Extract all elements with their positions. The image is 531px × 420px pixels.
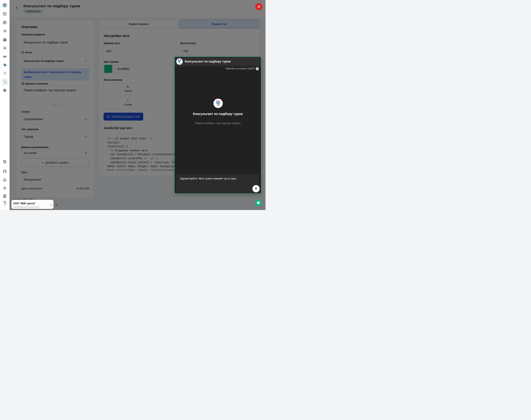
svg-text:VisGPT: VisGPT [4,205,6,205]
svg-text:ш: ш [4,81,6,83]
svg-text:VisGPT: VisGPT [217,105,220,106]
svg-text:A: A [4,72,6,75]
